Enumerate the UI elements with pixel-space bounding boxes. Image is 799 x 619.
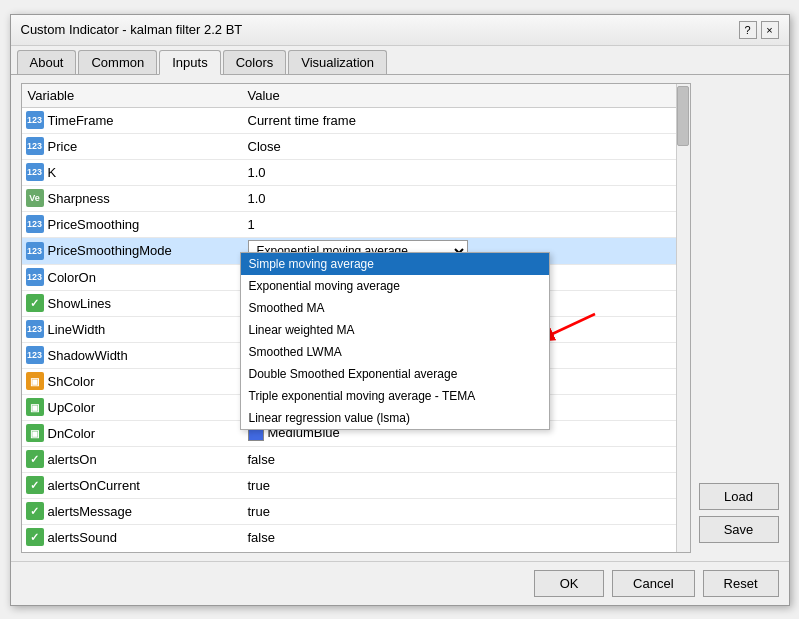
save-button[interactable]: Save xyxy=(699,516,779,543)
row-icon-123: 123 xyxy=(26,242,44,260)
table-row: ✓ alertsMessage true xyxy=(22,499,690,525)
row-icon-123: 123 xyxy=(26,137,44,155)
dropdown-option-tema[interactable]: Triple exponential moving average - TEMA xyxy=(241,385,549,407)
tab-visualization[interactable]: Visualization xyxy=(288,50,387,74)
row-value: true xyxy=(248,478,686,493)
row-icon-bool: ✓ xyxy=(26,528,44,546)
dropdown-option-dse[interactable]: Double Smoothed Exponential average xyxy=(241,363,549,385)
table-row: ✓ alertsOn false xyxy=(22,447,690,473)
dropdown-option-lsma[interactable]: Linear regression value (lsma) xyxy=(241,407,549,429)
row-icon-bool: ✓ xyxy=(26,294,44,312)
row-name: DnColor xyxy=(48,426,248,441)
content-area: Variable Value 123 TimeFrame Current tim… xyxy=(11,75,789,561)
row-name: alertsSound xyxy=(48,530,248,545)
row-name: LineWidth xyxy=(48,322,248,337)
dropdown-option-smoothed[interactable]: Smoothed MA xyxy=(241,297,549,319)
tab-inputs[interactable]: Inputs xyxy=(159,50,220,75)
help-button[interactable]: ? xyxy=(739,21,757,39)
load-button[interactable]: Load xyxy=(699,483,779,510)
footer: OK Cancel Reset xyxy=(11,561,789,605)
row-name: PriceSmoothingMode xyxy=(48,243,248,258)
row-icon-123: 123 xyxy=(26,111,44,129)
row-icon-bool: ✓ xyxy=(26,450,44,468)
table-row: 123 TimeFrame Current time frame xyxy=(22,108,690,134)
dropdown-option-lwma[interactable]: Linear weighted MA xyxy=(241,319,549,341)
row-name: UpColor xyxy=(48,400,248,415)
tab-bar: About Common Inputs Colors Visualization xyxy=(11,46,789,75)
tab-about[interactable]: About xyxy=(17,50,77,74)
row-value: true xyxy=(248,504,686,519)
close-button[interactable]: × xyxy=(761,21,779,39)
row-name: ColorOn xyxy=(48,270,248,285)
dialog: Custom Indicator - kalman filter 2.2 BT … xyxy=(10,14,790,606)
row-value: Close xyxy=(248,139,686,154)
title-bar-buttons: ? × xyxy=(739,21,779,39)
row-icon-123: 123 xyxy=(26,215,44,233)
row-value: Current time frame xyxy=(248,113,686,128)
scrollbar[interactable] xyxy=(676,84,690,552)
table-row: ✓ alertsSound false xyxy=(22,525,690,548)
row-icon-bool: ✓ xyxy=(26,502,44,520)
dropdown-option-sma[interactable]: Simple moving average xyxy=(241,253,549,275)
cancel-button[interactable]: Cancel xyxy=(612,570,694,597)
title-bar: Custom Indicator - kalman filter 2.2 BT … xyxy=(11,15,789,46)
row-name: PriceSmoothing xyxy=(48,217,248,232)
row-name: TimeFrame xyxy=(48,113,248,128)
variables-table: Variable Value 123 TimeFrame Current tim… xyxy=(21,83,691,553)
row-icon-ve: Ve xyxy=(26,189,44,207)
row-name: alertsOn xyxy=(48,452,248,467)
row-icon-123: 123 xyxy=(26,268,44,286)
dropdown-option-slwma[interactable]: Smoothed LWMA xyxy=(241,341,549,363)
col-header-value: Value xyxy=(248,88,684,103)
reset-button[interactable]: Reset xyxy=(703,570,779,597)
table-row: 123 PriceSmoothing 1 xyxy=(22,212,690,238)
row-icon-color: ▣ xyxy=(26,398,44,416)
row-icon-color: ▣ xyxy=(26,424,44,442)
row-name: ShadowWidth xyxy=(48,348,248,363)
tab-common[interactable]: Common xyxy=(78,50,157,74)
row-value: 1.0 xyxy=(248,191,686,206)
table-row: 123 Price Close xyxy=(22,134,690,160)
row-icon-color: ▣ xyxy=(26,372,44,390)
row-value: false xyxy=(248,452,686,467)
row-name: Sharpness xyxy=(48,191,248,206)
row-value: 1.0 xyxy=(248,165,686,180)
row-name: alertsMessage xyxy=(48,504,248,519)
row-icon-bool: ✓ xyxy=(26,476,44,494)
tab-colors[interactable]: Colors xyxy=(223,50,287,74)
scrollbar-thumb[interactable] xyxy=(677,86,689,146)
table-row: 123 K 1.0 xyxy=(22,160,690,186)
row-name: ShColor xyxy=(48,374,248,389)
row-value: 1 xyxy=(248,217,686,232)
row-name: ShowLines xyxy=(48,296,248,311)
row-name: alertsOnCurrent xyxy=(48,478,248,493)
row-icon-123: 123 xyxy=(26,346,44,364)
ok-button[interactable]: OK xyxy=(534,570,604,597)
dropdown-overlay: Simple moving average Exponential moving… xyxy=(240,252,550,430)
row-name: K xyxy=(48,165,248,180)
row-value: false xyxy=(248,530,686,545)
table-row: ✓ alertsOnCurrent true xyxy=(22,473,690,499)
dialog-title: Custom Indicator - kalman filter 2.2 BT xyxy=(21,22,243,37)
row-icon-123: 123 xyxy=(26,163,44,181)
col-header-variable: Variable xyxy=(28,88,248,103)
dropdown-option-ema[interactable]: Exponential moving average xyxy=(241,275,549,297)
table-header: Variable Value xyxy=(22,84,690,108)
row-icon-123: 123 xyxy=(26,320,44,338)
sidebar-buttons: Load Save xyxy=(699,83,779,553)
table-row: Ve Sharpness 1.0 xyxy=(22,186,690,212)
row-name: Price xyxy=(48,139,248,154)
